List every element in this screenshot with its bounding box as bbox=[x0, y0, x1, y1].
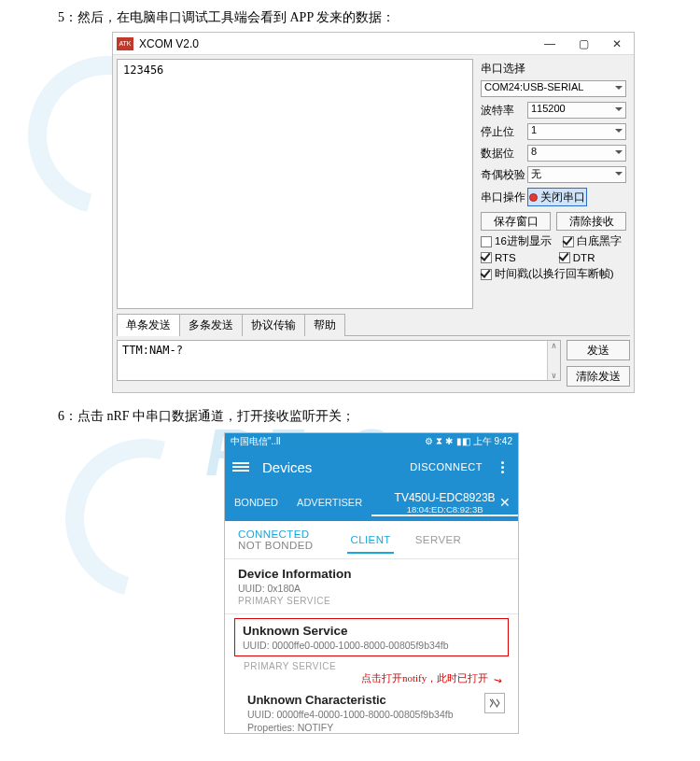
highlighted-service[interactable]: Unknown Service UUID: 0000ffe0-0000-1000… bbox=[234, 618, 509, 656]
step5-caption: 5：然后，在电脑串口调试工具端会看到 APP 发来的数据： bbox=[58, 9, 700, 26]
save-window-button[interactable]: 保存窗口 bbox=[481, 212, 551, 231]
white-bg-label: 白底黑字 bbox=[577, 234, 622, 248]
dtr-checkbox[interactable] bbox=[559, 252, 570, 263]
hamburger-icon[interactable] bbox=[232, 458, 249, 475]
close-tab-icon[interactable]: ✕ bbox=[499, 495, 511, 510]
minimize-button[interactable]: — bbox=[533, 33, 567, 54]
appbar-title: Devices bbox=[249, 459, 410, 475]
svc2-name: Unknown Service bbox=[243, 624, 500, 638]
tx-scrollbar[interactable]: ∧∨ bbox=[547, 341, 560, 380]
hex-display-label: 16进制显示 bbox=[495, 234, 552, 248]
rts-label: RTS bbox=[495, 252, 516, 263]
status-connected: CONNECTED bbox=[238, 528, 313, 540]
timestamp-checkbox[interactable] bbox=[481, 269, 492, 280]
titlebar: ATK XCOM V2.0 — ▢ ✕ bbox=[113, 33, 634, 55]
rx-textarea[interactable]: 123456 bbox=[117, 59, 473, 309]
tab-multi[interactable]: 多条发送 bbox=[179, 314, 243, 336]
close-button[interactable]: ✕ bbox=[600, 33, 634, 54]
client-server-tabs: CLIENT SERVER bbox=[350, 534, 461, 545]
tab-advertiser[interactable]: ADVERTISER bbox=[287, 497, 371, 508]
tab-single[interactable]: 单条发送 bbox=[117, 314, 180, 336]
disconnect-button[interactable]: DISCONNECT bbox=[410, 461, 483, 472]
clear-send-button[interactable]: 清除发送 bbox=[567, 366, 630, 387]
tx-text: TTM:NAM-? bbox=[122, 344, 183, 357]
svc1-uuid-label: UUID: bbox=[238, 583, 265, 594]
status-icons: ⚙ ⧗ ✱ bbox=[425, 436, 453, 447]
tab-help[interactable]: 帮助 bbox=[304, 314, 345, 336]
baud-select[interactable]: 115200 bbox=[527, 102, 626, 119]
connection-status: CONNECTED NOT BONDED bbox=[238, 528, 313, 551]
port-op-label: 串口操作 bbox=[481, 190, 527, 205]
close-port-label: 关闭串口 bbox=[540, 190, 585, 204]
tab-server[interactable]: SERVER bbox=[415, 534, 461, 545]
characteristic-row[interactable]: Unknown Characteristic UUID: 0000ffe4-00… bbox=[225, 687, 518, 733]
char-name: Unknown Characteristic bbox=[247, 693, 479, 707]
annotation-text: 点击打开notify，此时已打开 ↘ bbox=[225, 671, 518, 685]
timestamp-label: 时间戳(以换行回车断帧) bbox=[495, 267, 614, 281]
service-device-info[interactable]: Device Information UUID: 0x180A PRIMARY … bbox=[225, 559, 518, 614]
phone-screenshot: 中国电信"..ll ⚙ ⧗ ✱ ▮◧ 上午 9:42 Devices DISCO… bbox=[224, 432, 519, 734]
close-port-button[interactable]: 关闭串口 bbox=[527, 188, 587, 206]
databit-select[interactable]: 8 bbox=[527, 145, 626, 162]
port-status-dot-icon bbox=[529, 193, 538, 202]
parity-label: 奇偶校验 bbox=[481, 167, 527, 183]
device-tabbar: BONDED ADVERTISER TV450U-EDC8923B 18:04:… bbox=[225, 484, 518, 521]
char-uuid: 0000ffe4-0000-1000-8000-00805f9b34fb bbox=[277, 709, 454, 720]
rts-checkbox[interactable] bbox=[481, 252, 492, 263]
carrier: 中国电信"..ll bbox=[231, 435, 281, 448]
char-meta: NOTIFY bbox=[298, 722, 334, 733]
dtr-label: DTR bbox=[573, 252, 595, 263]
app-icon: ATK bbox=[117, 37, 133, 50]
hex-display-checkbox[interactable] bbox=[481, 236, 492, 247]
svc1-meta: PRIMARY SERVICE bbox=[238, 596, 505, 606]
status-time: ▮◧ 上午 9:42 bbox=[456, 435, 512, 448]
clear-rx-button[interactable]: 清除接收 bbox=[556, 212, 626, 231]
databit-label: 数据位 bbox=[481, 146, 527, 162]
window-title: XCOM V2.0 bbox=[137, 37, 533, 50]
send-button[interactable]: 发送 bbox=[567, 340, 630, 360]
xcom-window: ATK XCOM V2.0 — ▢ ✕ 123456 串口选择 COM24:US… bbox=[112, 32, 635, 393]
tab-device[interactable]: TV450U-EDC8923B 18:04:ED:C8:92:3B ✕ bbox=[371, 491, 518, 514]
more-icon[interactable] bbox=[494, 458, 511, 475]
device-name: TV450U-EDC8923B bbox=[371, 491, 518, 504]
svc1-name: Device Information bbox=[238, 567, 505, 581]
notify-toggle-icon[interactable] bbox=[484, 693, 505, 713]
device-mac: 18:04:ED:C8:92:3B bbox=[371, 504, 518, 514]
send-tabs: 单条发送 多条发送 协议传输 帮助 bbox=[117, 313, 630, 336]
serial-settings-panel: 串口选择 COM24:USB-SERIAL 波特率 115200 停止位 1 数… bbox=[473, 55, 634, 309]
app-bar: Devices DISCONNECT bbox=[225, 450, 518, 484]
stopbit-select[interactable]: 1 bbox=[527, 123, 626, 140]
status-notbonded: NOT BONDED bbox=[238, 540, 313, 551]
status-bar: 中国电信"..ll ⚙ ⧗ ✱ ▮◧ 上午 9:42 bbox=[225, 433, 518, 450]
parity-select[interactable]: 无 bbox=[527, 166, 626, 183]
tx-textarea[interactable]: TTM:NAM-? ∧∨ bbox=[117, 340, 561, 381]
group-title: 串口选择 bbox=[481, 61, 626, 77]
maximize-button[interactable]: ▢ bbox=[567, 33, 600, 54]
svc2-uuid: 0000ffe0-0000-1000-8000-00805f9b34fb bbox=[273, 640, 449, 651]
tab-client[interactable]: CLIENT bbox=[350, 534, 390, 545]
char-meta-label: Properties: bbox=[247, 722, 295, 733]
tab-protocol[interactable]: 协议传输 bbox=[242, 314, 305, 336]
svc2-uuid-label: UUID: bbox=[243, 640, 270, 651]
com-port-select[interactable]: COM24:USB-SERIAL bbox=[481, 80, 626, 97]
step6-caption: 6：点击 nRF 中串口数据通道，打开接收监听开关； bbox=[58, 408, 700, 425]
svc1-uuid: 0x180A bbox=[268, 583, 301, 594]
annotation-arrow-icon: ↘ bbox=[491, 672, 504, 687]
white-bg-checkbox[interactable] bbox=[563, 236, 574, 247]
stopbit-label: 停止位 bbox=[481, 124, 527, 140]
tab-bonded[interactable]: BONDED bbox=[225, 497, 287, 508]
baud-label: 波特率 bbox=[481, 103, 527, 119]
char-uuid-label: UUID: bbox=[247, 709, 274, 720]
